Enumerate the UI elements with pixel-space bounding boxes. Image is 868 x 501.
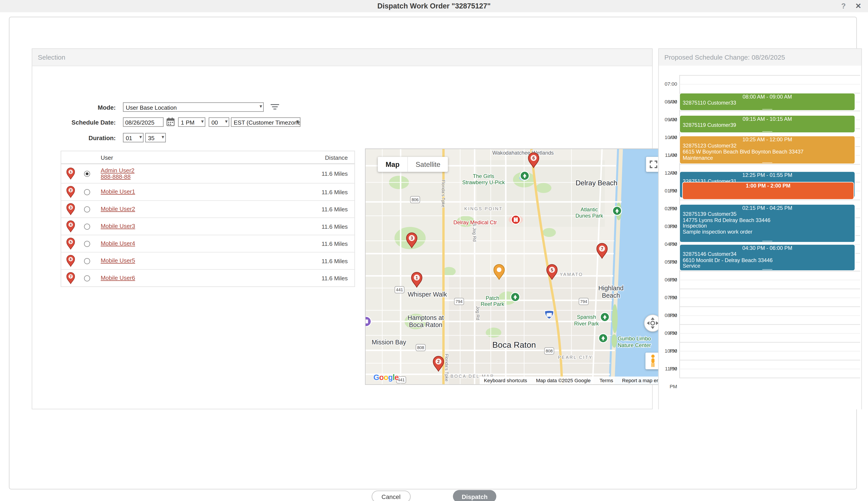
user-radio[interactable] xyxy=(84,275,90,281)
svg-text:794: 794 xyxy=(456,299,463,304)
event-time: 04:30 PM - 06:00 PM xyxy=(680,245,855,251)
event-resize-handle[interactable] xyxy=(762,162,772,163)
event-resize-handle[interactable] xyxy=(762,241,772,242)
terms-link[interactable]: Terms xyxy=(600,378,613,383)
park-marker-icon[interactable] xyxy=(599,334,607,343)
table-row[interactable]: 1Admin User2888-888-8811.6 Miles xyxy=(61,164,354,184)
selection-panel-header: Selection xyxy=(32,49,652,66)
event-detail: 6610 Moonlit Dr - Delray Beach 33446 xyxy=(680,257,855,263)
map-container[interactable]: 80644179479495808808441Wakodahatchee Wet… xyxy=(365,149,669,385)
user-radio[interactable] xyxy=(84,189,90,195)
map-label: Atlantic xyxy=(581,206,598,212)
map-label: Delray Beach xyxy=(575,179,617,187)
event-resize-handle[interactable] xyxy=(762,131,772,132)
park-marker-icon[interactable] xyxy=(613,206,622,215)
row-pin-marker: 1 xyxy=(61,168,80,180)
table-row[interactable]: 2Mobile User111.6 Miles xyxy=(61,183,354,201)
schedule-event[interactable]: 08:00 AM - 09:00 AM32875110 Customer33 xyxy=(680,94,855,110)
calendar-icon[interactable] xyxy=(167,117,175,128)
user-radio[interactable] xyxy=(84,170,90,177)
report-map-error-link[interactable]: Report a map error xyxy=(622,378,664,383)
map-label: Mission Bay xyxy=(372,339,406,346)
svg-text:2: 2 xyxy=(70,189,71,192)
map-type-control: Map Satellite xyxy=(378,157,448,172)
row-pin-marker: 2 xyxy=(61,186,80,198)
svg-text:5: 5 xyxy=(551,267,553,272)
event-time: 08:00 AM - 09:00 AM xyxy=(680,94,855,100)
schedule-date-input[interactable] xyxy=(123,117,164,127)
schedule-event[interactable]: 10:25 AM - 12:00 PM32875123 Customer3266… xyxy=(680,136,855,163)
svg-text:808: 808 xyxy=(417,345,424,350)
map-attribution: Keyboard shortcuts Map data ©2025 Google… xyxy=(479,377,669,384)
row-distance: 11.6 Miles xyxy=(300,258,354,264)
user-link[interactable]: Mobile User1 xyxy=(101,189,300,195)
schedule-event[interactable]: 04:30 PM - 06:00 PM32875146 Customer3466… xyxy=(680,245,855,270)
timezone-select[interactable]: EST (Customer Timezone) xyxy=(231,117,301,127)
hour-select[interactable]: 1 PM xyxy=(178,117,205,127)
google-logo[interactable]: Google xyxy=(373,373,399,382)
table-row[interactable]: 4Mobile User311.6 Miles xyxy=(61,218,354,235)
duration-minutes-select[interactable]: 35 xyxy=(145,133,166,142)
table-row[interactable]: 3Mobile User211.6 Miles xyxy=(61,201,354,218)
park-marker-icon[interactable] xyxy=(520,171,529,180)
event-resize-handle[interactable] xyxy=(762,269,772,270)
close-icon[interactable]: ✕ xyxy=(855,0,861,12)
user-radio[interactable] xyxy=(84,223,90,230)
schedule-event[interactable]: 09:15 AM - 10:15 AM32875119 Customer39 xyxy=(680,116,855,132)
map-label: Patch xyxy=(486,295,499,301)
satellite-button[interactable]: Satellite xyxy=(408,157,448,172)
hour-gridline xyxy=(679,342,860,343)
calendar-grid[interactable]: 07:00 AM08:00 AM09:00 AM10:00 AM11:00 AM… xyxy=(659,66,861,409)
user-radio[interactable] xyxy=(84,258,90,264)
hour-gridline xyxy=(679,111,860,111)
event-resize-handle[interactable] xyxy=(762,109,772,110)
user-link[interactable]: Mobile User2 xyxy=(101,206,300,212)
pegman-control[interactable] xyxy=(645,353,660,369)
map-label: Boca Raton xyxy=(409,321,442,328)
keyboard-shortcuts-link[interactable]: Keyboard shortcuts xyxy=(484,378,527,383)
event-detail: Inspection xyxy=(680,223,855,229)
minute-select[interactable]: 00 xyxy=(209,117,230,127)
row-pin-marker: 3 xyxy=(61,203,80,215)
park-marker-icon[interactable] xyxy=(511,292,520,301)
time-label: 02:00 PM xyxy=(659,200,677,217)
event-time: 09:15 AM - 10:15 AM xyxy=(680,116,855,122)
hospital-marker-icon[interactable]: H xyxy=(511,215,520,224)
dispatch-work-order-dialog: Dispatch Work Order "32875127" ? ✕ Selec… xyxy=(0,0,868,501)
road-shield: 806 xyxy=(410,196,420,203)
user-link[interactable]: Mobile User3 xyxy=(101,223,300,230)
map-canvas[interactable]: 80644179479495808808441Wakodahatchee Wet… xyxy=(366,149,669,384)
event-detail: Maintenance xyxy=(680,155,855,161)
svg-text:95: 95 xyxy=(547,312,551,317)
event-time: 02:15 PM - 04:25 PM xyxy=(680,205,855,211)
cancel-button[interactable]: Cancel xyxy=(371,490,411,501)
user-radio[interactable] xyxy=(84,241,90,247)
help-icon[interactable]: ? xyxy=(841,0,846,12)
schedule-event[interactable]: 1:00 PM - 2:00 PM xyxy=(683,182,854,199)
user-link[interactable]: Mobile User4 xyxy=(101,241,300,247)
map-button[interactable]: Map xyxy=(378,157,407,172)
footer-actions: Cancel Dispatch xyxy=(0,490,868,501)
svg-text:2: 2 xyxy=(437,359,440,364)
park-marker-icon[interactable] xyxy=(601,312,610,321)
user-phone-link[interactable]: 888-888-88 xyxy=(101,173,300,180)
schedule-event[interactable]: 02:15 PM - 04:25 PM32875139 Customer3514… xyxy=(680,205,855,242)
user-link[interactable]: Mobile User5 xyxy=(101,258,300,264)
map-label: Jog Rd xyxy=(475,306,480,320)
table-row[interactable]: 5Mobile User411.6 Miles xyxy=(61,235,354,253)
map-label: Spanish xyxy=(577,314,596,320)
user-link[interactable]: Admin User2 xyxy=(101,167,300,173)
table-row[interactable]: 7Mobile User611.6 Miles xyxy=(61,270,354,287)
map-label: YAMATO xyxy=(560,272,583,277)
table-row[interactable]: 6Mobile User511.6 Miles xyxy=(61,253,354,270)
hour-gridline xyxy=(679,360,860,361)
mode-select[interactable]: User Base Location xyxy=(123,102,264,112)
map-label: PEARL CITY xyxy=(558,355,593,360)
hour-gridline xyxy=(679,200,860,201)
user-radio[interactable] xyxy=(84,206,90,212)
user-link[interactable]: Mobile User6 xyxy=(101,275,300,281)
dispatch-button[interactable]: Dispatch xyxy=(453,490,497,501)
mode-filter-icon[interactable] xyxy=(271,104,279,112)
row-distance: 11.6 Miles xyxy=(300,206,354,212)
duration-hours-select[interactable]: 01 xyxy=(123,133,144,142)
